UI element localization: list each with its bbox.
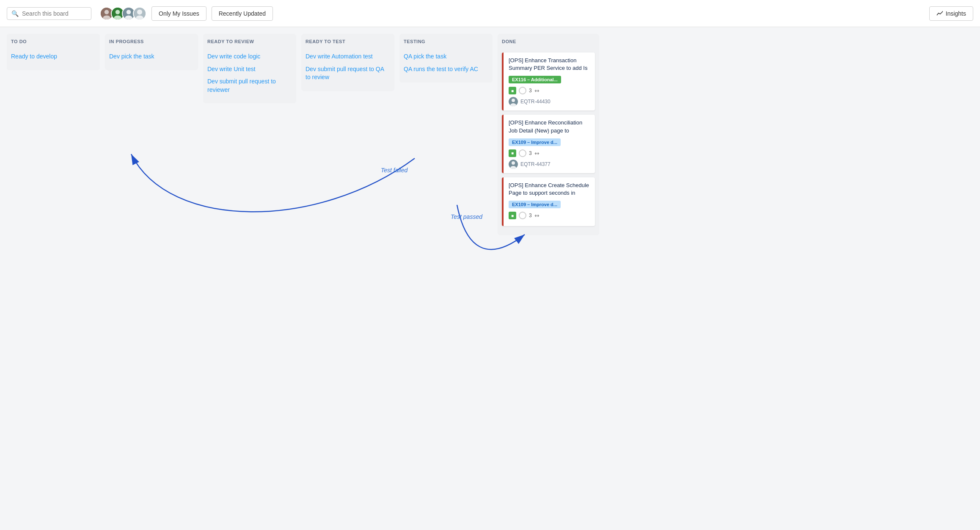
insights-button[interactable]: Insights: [929, 6, 973, 21]
card-dev-submit-pr-qa[interactable]: Dev submit pull request to QA to review: [306, 65, 390, 82]
only-my-issues-button[interactable]: Only My Issues: [151, 6, 206, 21]
done-card-1-title: [OPS] Enhance Transaction Summary PER Se…: [509, 57, 591, 72]
col-header-ready-to-test: READY TO TEST: [306, 39, 390, 47]
done-card-1-id: EQTR-44430: [520, 99, 551, 105]
avatar-4[interactable]: [133, 7, 146, 20]
card-ready-to-develop[interactable]: Ready to develop: [11, 52, 96, 61]
done-card-2-count: 3: [529, 150, 532, 156]
avatars-group: [100, 7, 146, 20]
column-ready-to-review: READY TO REVIEW Dev write code logic Dev…: [203, 34, 296, 103]
col-header-in-progress: IN PROGRESS: [109, 39, 194, 47]
done-card-3-icon: ■: [509, 212, 516, 219]
done-card-1-badge: EX116 – Additional...: [509, 76, 561, 83]
col-header-testing: TESTING: [404, 39, 488, 47]
column-done: DONE [OPS] Enhance Transaction Summary P…: [498, 34, 599, 235]
col-header-todo: TO DO: [11, 39, 96, 47]
board: TO DO Ready to develop IN PROGRESS Dev p…: [0, 27, 980, 530]
done-card-2-title: [OPS] Enhance Reconciliation Job Detail …: [509, 119, 591, 134]
done-card-2-meta: ■ 3 ↭: [509, 149, 591, 157]
search-input[interactable]: [22, 10, 85, 17]
svg-point-17: [512, 161, 515, 165]
card-dev-write-unit[interactable]: Dev write Unit test: [207, 65, 292, 74]
column-in-progress: IN PROGRESS Dev pick the task: [105, 34, 198, 70]
column-testing: TESTING QA pick the task QA runs the tes…: [399, 34, 493, 83]
done-card-3-meta: ■ 3 ↭: [509, 212, 591, 219]
col-header-ready-to-review: READY TO REVIEW: [207, 39, 292, 47]
done-card-3-branch: ↭: [534, 212, 540, 219]
col-header-done: DONE: [502, 39, 595, 47]
done-card-2[interactable]: [OPS] Enhance Reconciliation Job Detail …: [502, 115, 595, 173]
done-card-3-count: 3: [529, 213, 532, 218]
done-card-1-branch: ↭: [534, 87, 540, 94]
column-todo: TO DO Ready to develop: [7, 34, 100, 70]
done-card-2-id: EQTR-44377: [520, 161, 551, 167]
done-card-2-branch: ↭: [534, 150, 540, 157]
done-card-2-icon: ■: [509, 149, 516, 157]
done-card-3-title: [OPS] Enhance Create Schedule Page to su…: [509, 182, 591, 197]
done-card-1-circle: [519, 87, 526, 94]
svg-point-14: [512, 99, 515, 102]
search-box[interactable]: 🔍: [7, 7, 91, 20]
done-card-3[interactable]: [OPS] Enhance Create Schedule Page to su…: [502, 177, 595, 226]
card-dev-write-automation[interactable]: Dev write Automation test: [306, 52, 390, 61]
done-card-3-badge: EX109 – Improve d...: [509, 201, 561, 208]
recently-updated-button[interactable]: Recently Updated: [212, 6, 273, 21]
card-qa-pick[interactable]: QA pick the task: [404, 52, 488, 61]
svg-point-10: [137, 9, 142, 14]
done-card-1-meta: ■ 3 ↭: [509, 87, 591, 94]
done-card-3-circle: [519, 212, 526, 219]
card-dev-write-code[interactable]: Dev write code logic: [207, 52, 292, 61]
card-qa-runs[interactable]: QA runs the test to verify AC: [404, 65, 488, 74]
insights-icon: [936, 10, 943, 17]
done-card-1-avatar-row: EQTR-44430: [509, 97, 591, 106]
done-card-2-avatar: [509, 160, 518, 169]
done-card-2-circle: [519, 149, 526, 157]
done-card-1-icon: ■: [509, 87, 516, 94]
svg-point-4: [116, 10, 120, 14]
done-card-1-avatar: [509, 97, 518, 106]
done-card-2-avatar-row: EQTR-44377: [509, 160, 591, 169]
board-container: TO DO Ready to develop IN PROGRESS Dev p…: [0, 27, 980, 530]
search-icon: 🔍: [11, 10, 19, 17]
svg-point-1: [105, 10, 109, 14]
column-ready-to-test: READY TO TEST Dev write Automation test …: [301, 34, 394, 91]
svg-point-7: [127, 10, 131, 14]
done-card-1[interactable]: [OPS] Enhance Transaction Summary PER Se…: [502, 52, 595, 110]
card-dev-pick[interactable]: Dev pick the task: [109, 52, 194, 61]
done-card-1-count: 3: [529, 88, 532, 94]
done-card-2-badge: EX109 – Improve d...: [509, 138, 561, 146]
toolbar: 🔍: [0, 0, 980, 27]
card-dev-submit-pr[interactable]: Dev submit pull request to reviewer: [207, 77, 292, 94]
